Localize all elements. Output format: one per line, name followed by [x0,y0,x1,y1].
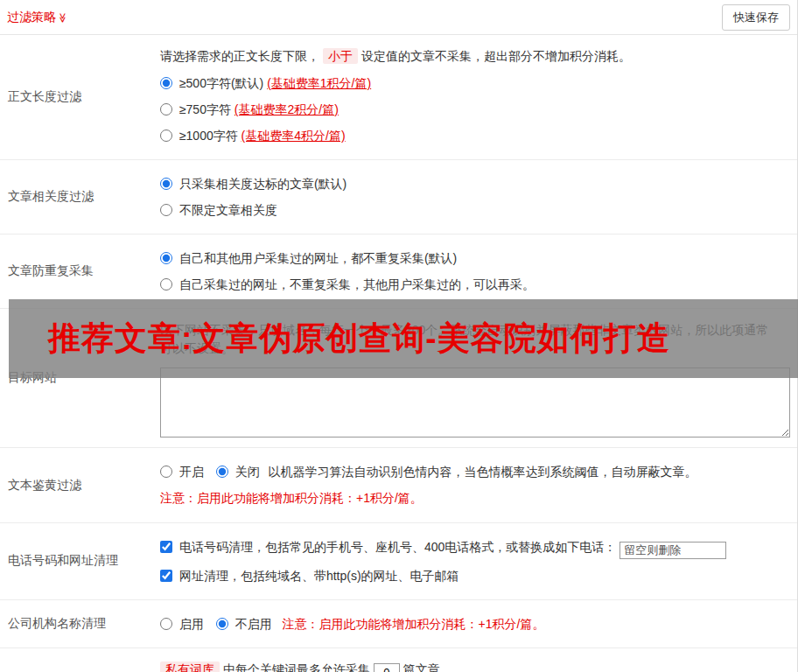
company-option-on[interactable]: 启用 [160,617,207,631]
length-filter-intro: 请选择需求的正文长度下限，小于设定值的文章不采集，超出部分不增加积分消耗。 [160,47,790,66]
relevance-option-any[interactable]: 不限定文章相关度 [160,200,790,220]
row-keyword-dedup: 关键词防重复采集 私有词库中每个关键词最多允许采集 篇文章。 如果留空或设为0，… [0,648,797,672]
option-fee: (基础费率4积分/篇) [242,129,346,143]
row-dedup-filter: 文章防重复采集 自己和其他用户采集过的网址，都不重复采集(默认) 自己采集过的网… [0,234,797,309]
option-text: 启用 [179,617,204,631]
length-filter-label: 正文长度过滤 [0,35,153,159]
relevance-option-strict[interactable]: 只采集相关度达标的文章(默认) [160,174,790,193]
company-clean-label: 公司机构名称清理 [0,600,153,648]
company-radio-off[interactable] [216,618,228,630]
row-relevance-filter: 文章相关度过滤 只采集相关度达标的文章(默认) 不限定文章相关度 [0,160,797,234]
phone-clean-checkbox-label[interactable]: 电话号码清理，包括常见的手机号、座机号、400电话格式，或替换成如下电话： [160,540,620,554]
phone-clean-label: 电话号码和网址清理 [0,523,153,599]
porn-option-on[interactable]: 开启 [160,465,207,479]
url-clean-checkbox[interactable] [160,570,172,582]
length-option-500[interactable]: ≥500字符(默认) (基础费率1积分/篇) [160,74,790,93]
option-text: 只采集相关度达标的文章(默认) [179,177,346,191]
porn-option-off[interactable]: 关闭 [216,465,263,479]
length-option-750[interactable]: ≥750字符 (基础费率2积分/篇) [160,100,790,119]
topbar: 过滤策略≫ 快速保存 [0,0,797,35]
relevance-radio-any[interactable] [160,204,172,216]
porn-note: 注意：启用此功能将增加积分消耗：+1积分/篇。 [160,489,790,508]
row-porn-filter: 文本鉴黄过滤 开启 关闭 以机器学习算法自动识别色情内容，当色情概率达到系统阈值… [0,448,797,523]
line1-end: 篇文章。 [403,662,452,672]
dedup-filter-label: 文章防重复采集 [0,234,153,308]
dedup-radio-self[interactable] [160,278,172,290]
intro-post: 设定值的文章不采集，超出部分不增加积分消耗。 [361,49,631,63]
chevron-down-icon: ≫ [57,12,68,23]
max-articles-input[interactable] [374,663,400,672]
length-radio-750[interactable] [160,103,172,116]
length-radio-1000[interactable] [160,130,172,142]
intro-pre: 请选择需求的正文长度下限， [160,49,319,63]
dedup-radio-global[interactable] [160,252,172,264]
option-fee: (基础费率2积分/篇) [234,102,339,116]
porn-radio-on[interactable] [160,466,172,478]
keyword-line-1: 私有词库中每个关键词最多允许采集 篇文章。 [160,661,790,672]
line1-mid: 中每个关键词最多允许采集 [223,662,370,672]
company-radio-on[interactable] [160,618,172,630]
blacklist-textarea[interactable] [160,368,790,438]
option-text: 网址清理，包括纯域名、带http(s)的网址、电子邮箱 [179,569,459,583]
company-note: 注意：启用此功能将增加积分消耗：+1积分/篇。 [283,617,545,631]
option-text: ≥500字符(默认) [179,76,263,90]
porn-filter-options: 开启 关闭 以机器学习算法自动识别色情内容，当色情概率达到系统阈值，自动屏蔽文章… [160,462,790,481]
url-clean-option[interactable]: 网址清理，包括纯域名、带http(s)的网址、电子邮箱 [160,566,790,585]
relevance-radio-strict[interactable] [160,178,172,190]
promo-banner: 推荐文章:文章伪原创查询-美容院如何打造 [9,299,798,378]
row-phone-clean: 电话号码和网址清理 电话号码清理，包括常见的手机号、座机号、400电话格式，或替… [0,523,797,600]
dedup-option-self[interactable]: 自己采集过的网址，不重复采集，其他用户采集过的，可以再采。 [160,275,790,294]
phone-clean-option: 电话号码清理，包括常见的手机号、座机号、400电话格式，或替换成如下电话： [160,537,790,559]
keyword-dedup-label: 关键词防重复采集 [0,648,153,672]
replacement-phone-input[interactable] [620,542,726,559]
option-text: 自己和其他用户采集过的网址，都不重复采集(默认) [179,251,457,265]
row-length-filter: 正文长度过滤 请选择需求的正文长度下限，小于设定值的文章不采集，超出部分不增加积… [0,35,797,160]
length-radio-500[interactable] [160,77,172,89]
option-text: 自己采集过的网址，不重复采集，其他用户采集过的，可以再采。 [179,277,535,291]
porn-desc: 以机器学习算法自动识别色情内容，当色情概率达到系统阈值，自动屏蔽文章。 [269,465,697,479]
option-text: 不启用 [235,617,272,631]
phone-clean-checkbox[interactable] [160,541,172,553]
dedup-option-global[interactable]: 自己和其他用户采集过的网址，都不重复采集(默认) [160,248,790,268]
relevance-filter-label: 文章相关度过滤 [0,160,153,234]
option-text: 开启 [179,465,204,479]
page-title-text: 过滤策略 [7,10,56,24]
option-text: 电话号码清理，包括常见的手机号、座机号、400电话格式，或替换成如下电话： [179,540,616,554]
company-option-off[interactable]: 不启用 [216,617,276,631]
option-text: ≥1000字符 [179,129,238,143]
page-title: 过滤策略≫ [7,10,68,25]
quick-save-button[interactable]: 快速保存 [722,4,790,31]
private-thesaurus-tag: 私有词库 [160,662,220,672]
row-company-clean: 公司机构名称清理 启用 不启用 注意：启用此功能将增加积分消耗：+1积分/篇。 [0,600,797,648]
option-fee: (基础费率1积分/篇) [267,76,371,90]
promo-banner-text: 推荐文章:文章伪原创查询-美容院如何打造 [9,317,670,360]
option-text: ≥750字符 [179,102,231,116]
less-than-tag: 小于 [323,48,358,64]
length-option-1000[interactable]: ≥1000字符 (基础费率4积分/篇) [160,126,790,145]
porn-filter-label: 文本鉴黄过滤 [0,448,153,522]
porn-radio-off[interactable] [216,466,228,478]
option-text: 关闭 [235,465,260,479]
company-clean-options: 启用 不启用 注意：启用此功能将增加积分消耗：+1积分/篇。 [160,614,790,634]
option-text: 不限定文章相关度 [179,203,277,217]
